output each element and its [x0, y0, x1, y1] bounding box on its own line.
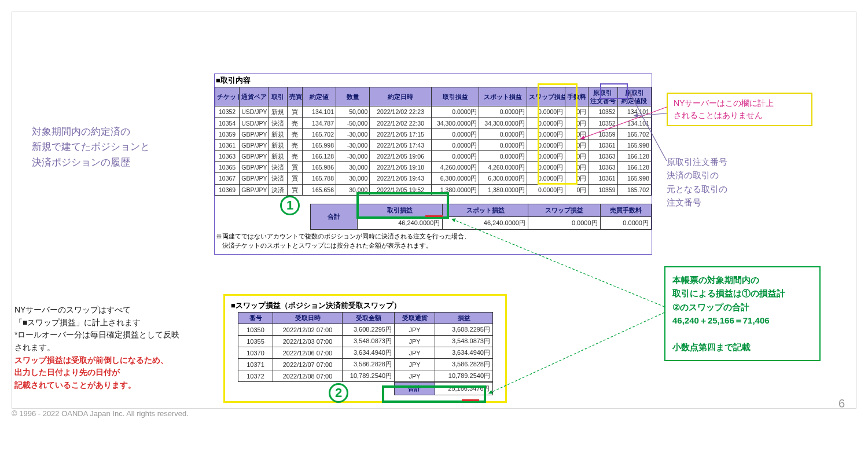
- col-header: 原取引約定値段: [617, 87, 651, 106]
- badge-circle-1: 1: [280, 196, 300, 215]
- cell: 10350: [238, 324, 273, 336]
- cell: -30,000: [336, 139, 370, 150]
- cell: 165.702: [617, 184, 651, 195]
- col-header: スワップ損益: [527, 87, 565, 106]
- cell: 0.0000円: [431, 128, 479, 139]
- cell: GBP/JPY: [240, 151, 269, 162]
- col-header: 数量: [336, 87, 370, 106]
- note-swap-explain: NYサーバーのスワップはすべて 「■スワップ損益」に計上されます *ロールオーバ…: [14, 304, 214, 392]
- cell: 165.998: [302, 139, 336, 150]
- cell: 0円: [565, 184, 589, 195]
- cell: 3,548.0873円: [435, 336, 493, 347]
- cell: 10352: [589, 106, 617, 117]
- section-title-transaction: ■取引内容: [215, 74, 652, 87]
- sum-goukei: 合計: [311, 204, 357, 229]
- cell: 0.0000円: [479, 128, 527, 139]
- report-footnote: ※両建てではないアカウントで複数のポジションが同時に決済される注文を行った場合、…: [215, 230, 652, 254]
- text: されることはありません: [674, 111, 763, 120]
- cell: 165.986: [302, 162, 336, 173]
- text: NYサーバーのスワップはすべて: [14, 305, 131, 314]
- cell: 10363: [589, 162, 617, 173]
- col-header: スポット損益: [479, 87, 527, 106]
- table-row: 10367GBP/JPY決済買165.78830,0002022/12/05 1…: [215, 173, 652, 184]
- cell: 1,380.0000円: [479, 184, 527, 195]
- cell: 0円: [565, 173, 589, 184]
- sum-v3: 0.0000円: [528, 216, 600, 229]
- cell: 3,608.2295円: [435, 324, 493, 336]
- cell: 30,000: [336, 162, 370, 173]
- cell: 0.0000円: [431, 139, 479, 150]
- cell: 新規: [269, 106, 287, 117]
- cell: 10359: [589, 128, 617, 139]
- sum-h3: スワップ損益: [528, 204, 600, 216]
- cell: 10367: [215, 173, 240, 184]
- cell: 0.0000円: [527, 162, 565, 173]
- sum-v4: 0.0000円: [600, 216, 651, 229]
- cell: 新規: [269, 151, 287, 162]
- cell: 10361: [589, 139, 617, 150]
- text: 46,240＋25,166＝71,406: [672, 315, 770, 325]
- text: されます。: [14, 343, 55, 352]
- cell: 2022/12/05 19:18: [370, 162, 432, 173]
- text: 原取引注文番号: [667, 157, 727, 167]
- cell: 売: [287, 151, 302, 162]
- text: 決済ポジションの履歴: [32, 157, 130, 168]
- red-underline-2: [462, 399, 479, 401]
- cell: 0円: [565, 128, 589, 139]
- cell: GBP/JPY: [240, 162, 269, 173]
- cell: 165.788: [302, 173, 336, 184]
- text: 「■スワップ損益」に計上されます: [14, 318, 141, 327]
- cell: 2022/12/08 07:00: [273, 370, 343, 382]
- cell: 10,789.2540円: [435, 370, 493, 382]
- cell: 買: [287, 173, 302, 184]
- cell: 34,300.0000円: [479, 117, 527, 128]
- text: 元となる取引の: [667, 184, 727, 194]
- cell: 134.101: [302, 106, 336, 117]
- badge-circle-2: 2: [329, 383, 348, 403]
- cell: 0.0000円: [527, 139, 565, 150]
- cell: 0.0000円: [479, 139, 527, 150]
- cell: 新規: [269, 128, 287, 139]
- cell: 10359: [589, 184, 617, 195]
- text: ※両建てではないアカウントで複数のポジションが同時に決済される注文を行った場合、: [216, 233, 470, 240]
- callout-ny-server: NYサーバーはこの欄に計上 されることはありません: [667, 93, 812, 126]
- cell: 2022/12/05 17:43: [370, 139, 432, 150]
- cell: 2022/12/05 17:15: [370, 128, 432, 139]
- cell: GBP/JPY: [240, 184, 269, 195]
- col-header: 取引損益: [431, 87, 479, 106]
- cell: JPY: [395, 336, 435, 347]
- cell: 新規: [269, 139, 287, 150]
- cell: 決済: [269, 184, 287, 195]
- cell: 0.0000円: [431, 151, 479, 162]
- table-row: 103552022/12/03 07:003,548.0873円JPY3,548…: [238, 336, 493, 347]
- col-header: 約定値: [302, 87, 336, 106]
- cell: 0.0000円: [527, 184, 565, 195]
- text: 注文番号: [667, 197, 701, 207]
- table-row: 103702022/12/06 07:003,634.4940円JPY3,634…: [238, 347, 493, 359]
- cell: 4,260.0000円: [431, 162, 479, 173]
- cell: 134.101: [617, 106, 651, 117]
- table-row: 103712022/12/07 07:003,586.2828円JPY3,586…: [238, 359, 493, 370]
- cell: 6,300.0000円: [431, 173, 479, 184]
- col-header: 損益: [435, 313, 493, 324]
- col-header: 原取引注文番号: [589, 87, 617, 106]
- cell: 10372: [238, 370, 273, 382]
- cell: JPY: [395, 359, 435, 370]
- col-header: 売買: [287, 87, 302, 106]
- col-header: 受取日時: [273, 313, 343, 324]
- cell: 10359: [215, 128, 240, 139]
- table-row: 10363GBP/JPY新規売166.128-30,0002022/12/05 …: [215, 151, 652, 162]
- cell: 0.0000円: [527, 151, 565, 162]
- cell: 10371: [238, 359, 273, 370]
- cell: 買: [287, 162, 302, 173]
- cell: 165.656: [302, 184, 336, 195]
- cell: 30,000: [336, 173, 370, 184]
- swap-total-label: 合計: [394, 383, 435, 395]
- copyright: © 1996 - 2022 OANDA Japan Inc. All right…: [12, 409, 189, 418]
- cell: 3,586.2828円: [435, 359, 493, 370]
- text-warning: スワップ損益は受取が前倒しになるため、: [14, 355, 168, 365]
- cell: 2022/12/05 19:52: [370, 184, 432, 195]
- cell: 1,380.0000円: [431, 184, 479, 195]
- cell: 10365: [215, 162, 240, 173]
- text: NYサーバーはこの欄に計上: [674, 98, 774, 108]
